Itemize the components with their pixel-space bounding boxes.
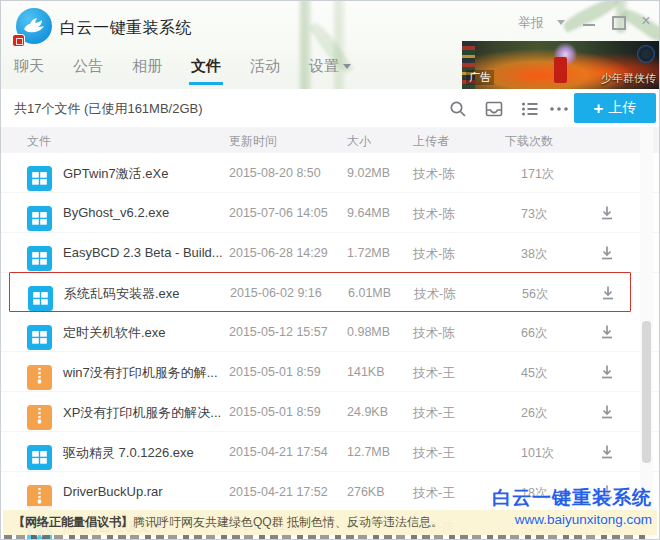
file-downloads: 26次: [521, 405, 547, 422]
download-icon[interactable]: [599, 364, 615, 380]
file-name: EasyBCD 2.3 Beta - Build...: [63, 245, 223, 260]
file-updated: 2015-05-12 15:57: [229, 325, 328, 339]
file-size: 276KB: [347, 485, 385, 499]
report-caret-icon[interactable]: [557, 20, 565, 25]
site-watermark: 白云一键重装系统 www.baiyunxitong.com: [492, 485, 652, 527]
upload-button-label: 上传: [608, 99, 636, 117]
download-icon[interactable]: [600, 285, 616, 301]
file-size: 24.9KB: [347, 405, 388, 419]
ad-caption: 少年群侠传: [601, 71, 656, 86]
file-downloads: 56次: [522, 286, 548, 303]
file-name: GPTwin7激活.eXe: [63, 165, 169, 183]
windows-exe-icon: [28, 286, 53, 311]
file-downloads: 101次: [521, 445, 554, 462]
notice-text: 腾讯呼吁网友共建绿色QQ群 抵制色情、反动等违法信息。: [133, 515, 443, 529]
file-downloads: 38次: [521, 246, 547, 263]
tab-files[interactable]: 文件: [191, 57, 221, 85]
file-updated: 2015-05-01 8:59: [229, 405, 321, 419]
table-row[interactable]: 系统乱码安装器.exe2015-06-02 9:166.01MB技术-陈56次: [9, 272, 631, 312]
file-name: win7没有打印机服务的解...: [63, 364, 218, 382]
group-window: 白云一键重装系统 举报 × 聊天公告相册文件活动设置 广告 少年群侠传 共17个…: [0, 0, 660, 540]
file-name: 驱动精灵 7.0.1226.exe: [63, 444, 194, 462]
download-icon[interactable]: [599, 324, 615, 340]
file-uploader: 技术-陈: [413, 166, 455, 183]
list-view-icon[interactable]: [520, 99, 540, 119]
file-downloads: 73次: [521, 206, 547, 223]
file-uploader: 技术-陈: [413, 246, 455, 263]
maximize-button[interactable]: [609, 13, 627, 29]
file-uploader: 技术-陈: [413, 206, 455, 223]
minimize-button[interactable]: [581, 13, 599, 29]
report-button[interactable]: 举报: [518, 14, 544, 32]
files-toolbar: 共17个文件 (已使用161MB/2GB) + 上传: [1, 89, 659, 127]
settings-caret-icon: [343, 64, 351, 69]
col-header-size: 大小: [347, 133, 371, 150]
file-downloads: 171次: [521, 166, 554, 183]
file-uploader: 技术-王: [413, 485, 455, 502]
search-icon[interactable]: [448, 99, 468, 119]
table-row[interactable]: win7没有打印机服务的解...2015-05-01 8:59141KB技术-王…: [1, 352, 659, 392]
file-uploader: 技术-陈: [414, 286, 456, 303]
windows-exe-icon: [27, 445, 52, 470]
file-downloads: 45次: [521, 365, 547, 382]
download-icon[interactable]: [599, 205, 615, 221]
file-updated: 2015-06-02 9:16: [230, 286, 322, 300]
file-uploader: 技术-王: [413, 365, 455, 382]
file-uploader: 技术-陈: [413, 325, 455, 342]
file-name: DriverBuckUp.rar: [63, 484, 163, 499]
tab-activity[interactable]: 活动: [250, 57, 280, 85]
table-header: 文件 更新时间 大小 上传者 下载次数: [1, 127, 659, 153]
table-row[interactable]: 定时关机软件.exe2015-05-12 15:570.98MB技术-陈66次: [1, 312, 659, 352]
file-size: 12.7MB: [347, 445, 390, 459]
file-name: 系统乱码安装器.exe: [64, 285, 180, 303]
file-size: 1.72MB: [347, 246, 390, 260]
group-badge-icon: [12, 34, 25, 47]
tab-announcement[interactable]: 公告: [73, 57, 103, 85]
more-actions-icon[interactable]: [549, 103, 569, 115]
zip-archive-icon: [27, 405, 52, 430]
tab-settings[interactable]: 设置: [309, 57, 351, 85]
upload-button[interactable]: + 上传: [574, 93, 656, 123]
watermark-title: 白云一键重装系统: [492, 485, 652, 511]
download-icon[interactable]: [599, 444, 615, 460]
file-uploader: 技术-王: [413, 445, 455, 462]
notice-prefix: 【网络正能量倡议书】: [13, 515, 133, 529]
table-row[interactable]: EasyBCD 2.3 Beta - Build...2015-06-28 14…: [1, 233, 659, 273]
file-updated: 2015-05-01 8:59: [229, 365, 321, 379]
file-updated: 2015-07-06 14:05: [229, 206, 328, 220]
file-size: 0.98MB: [347, 325, 390, 339]
table-row[interactable]: GPTwin7激活.eXe2015-08-20 8:509.02MB技术-陈17…: [1, 153, 659, 193]
ad-character: [554, 57, 567, 83]
windows-exe-icon: [27, 166, 52, 191]
tab-chat[interactable]: 聊天: [14, 57, 44, 85]
zip-archive-icon: [27, 365, 52, 390]
table-row[interactable]: XP没有打印机服务的解决...2015-05-01 8:5924.9KB技术-王…: [1, 392, 659, 432]
tab-album[interactable]: 相册: [132, 57, 162, 85]
download-icon[interactable]: [599, 404, 615, 420]
file-size: 6.01MB: [348, 286, 391, 300]
windows-exe-icon: [27, 246, 52, 271]
group-avatar[interactable]: [16, 8, 52, 44]
close-button[interactable]: ×: [637, 13, 655, 29]
file-updated: 2015-04-21 17:54: [229, 445, 328, 459]
scrollbar-thumb[interactable]: [642, 321, 651, 463]
file-list: GPTwin7激活.eXe2015-08-20 8:509.02MB技术-陈17…: [1, 153, 659, 540]
windows-exe-icon: [27, 206, 52, 231]
ad-banner[interactable]: 广告 少年群侠传: [462, 41, 659, 89]
file-size: 9.64MB: [347, 206, 390, 220]
scrollbar-track[interactable]: [640, 127, 653, 540]
watermark-url: www.baiyunxitong.com: [492, 512, 652, 527]
col-header-file: 文件: [27, 133, 51, 150]
download-icon[interactable]: [599, 245, 615, 261]
file-size: 9.02MB: [347, 166, 390, 180]
file-updated: 2015-04-21 17:52: [229, 485, 328, 499]
download-tray-icon[interactable]: [484, 99, 504, 119]
file-uploader: 技术-王: [413, 405, 455, 422]
col-header-uploader: 上传者: [413, 133, 449, 150]
col-header-updated: 更新时间: [229, 133, 277, 150]
plus-icon: +: [594, 100, 604, 117]
ad-label: 广告: [466, 70, 494, 85]
clipped-row-fragment: [4, 535, 649, 540]
table-row[interactable]: 驱动精灵 7.0.1226.exe2015-04-21 17:5412.7MB技…: [1, 432, 659, 472]
table-row[interactable]: ByGhost_v6.2.exe2015-07-06 14:059.64MB技术…: [1, 193, 659, 233]
